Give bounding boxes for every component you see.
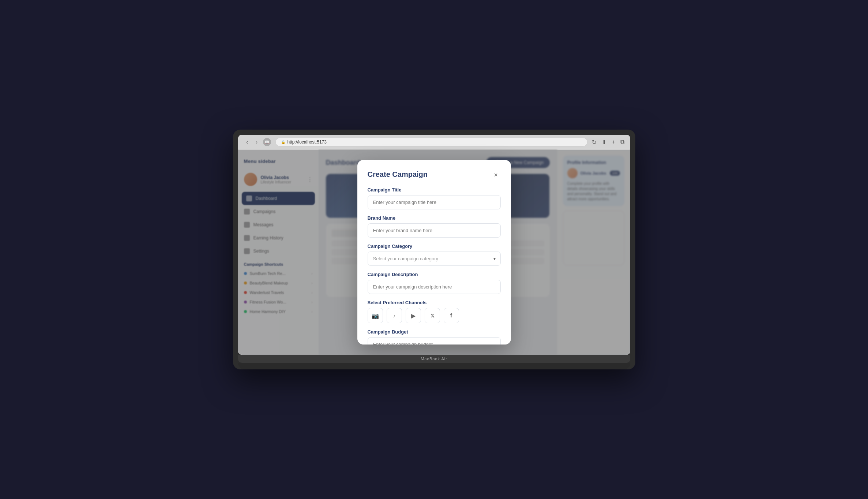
campaign-category-group: Campaign Category Select your campaign c… [368, 243, 501, 266]
campaign-budget-group: Campaign Budget [368, 329, 501, 345]
campaign-description-input[interactable] [368, 280, 501, 294]
channel-facebook-button[interactable]: f [444, 308, 459, 323]
campaign-title-input[interactable] [368, 195, 501, 209]
tiktok-icon: ♪ [393, 313, 395, 319]
tabs-icon[interactable]: ⧉ [620, 139, 624, 145]
laptop-shell: ‹ › 📖 🔒 http://localhost:5173 ↻ ⬆ + ⧉ Me… [233, 130, 635, 369]
preferred-channels-label: Select Preferred Channels [368, 300, 501, 305]
create-campaign-modal: Create Campaign × Campaign Title Brand N… [357, 160, 511, 345]
campaign-description-label: Campaign Description [368, 272, 501, 277]
channel-tiktok-button[interactable]: ♪ [387, 308, 402, 323]
bookmarks-button[interactable]: 📖 [263, 138, 271, 146]
preferred-channels-group: Select Preferred Channels 📷 ♪ ▶ [368, 300, 501, 323]
campaign-budget-label: Campaign Budget [368, 329, 501, 335]
modal-header: Create Campaign × [368, 170, 501, 180]
brand-name-group: Brand Name [368, 215, 501, 238]
modal-title: Create Campaign [368, 170, 428, 179]
modal-overlay: Create Campaign × Campaign Title Brand N… [238, 150, 630, 355]
browser-bar: ‹ › 📖 🔒 http://localhost:5173 ↻ ⬆ + ⧉ [238, 135, 630, 150]
address-bar[interactable]: 🔒 http://localhost:5173 [275, 138, 588, 146]
laptop-base [238, 363, 630, 369]
facebook-icon: f [450, 312, 452, 319]
campaign-description-group: Campaign Description [368, 272, 501, 294]
laptop-bottom: MacBook Air [238, 355, 630, 363]
youtube-icon: ▶ [411, 312, 416, 319]
instagram-icon: 📷 [372, 312, 379, 319]
campaign-category-select[interactable]: Select your campaign category Fashion & … [368, 252, 501, 266]
refresh-icon[interactable]: ↻ [592, 139, 597, 146]
browser-controls: ‹ › 📖 [244, 138, 271, 146]
back-button[interactable]: ‹ [244, 139, 251, 145]
new-tab-icon[interactable]: + [612, 139, 615, 145]
laptop-screen: ‹ › 📖 🔒 http://localhost:5173 ↻ ⬆ + ⧉ Me… [238, 135, 630, 355]
share-icon[interactable]: ⬆ [602, 139, 606, 146]
campaign-budget-input[interactable] [368, 337, 501, 345]
laptop-label: MacBook Air [421, 357, 447, 361]
browser-actions: ↻ ⬆ + ⧉ [592, 139, 624, 146]
app-content: Menu sidebar Olivia Jacobs Lifestyle Inf… [238, 150, 630, 355]
brand-name-label: Brand Name [368, 215, 501, 221]
brand-name-input[interactable] [368, 223, 501, 238]
modal-close-button[interactable]: × [491, 170, 501, 180]
campaign-title-group: Campaign Title [368, 187, 501, 209]
twitter-icon: 𝕏 [431, 313, 434, 319]
url-text: http://localhost:5173 [288, 139, 327, 145]
channel-youtube-button[interactable]: ▶ [406, 308, 421, 323]
channel-instagram-button[interactable]: 📷 [368, 308, 383, 323]
channel-twitter-button[interactable]: 𝕏 [425, 308, 440, 323]
campaign-category-select-wrapper: Select your campaign category Fashion & … [368, 252, 501, 266]
campaign-title-label: Campaign Title [368, 187, 501, 193]
forward-button[interactable]: › [253, 139, 260, 145]
campaign-category-label: Campaign Category [368, 243, 501, 249]
channels-row: 📷 ♪ ▶ 𝕏 f [368, 308, 501, 323]
lock-icon: 🔒 [281, 140, 285, 144]
